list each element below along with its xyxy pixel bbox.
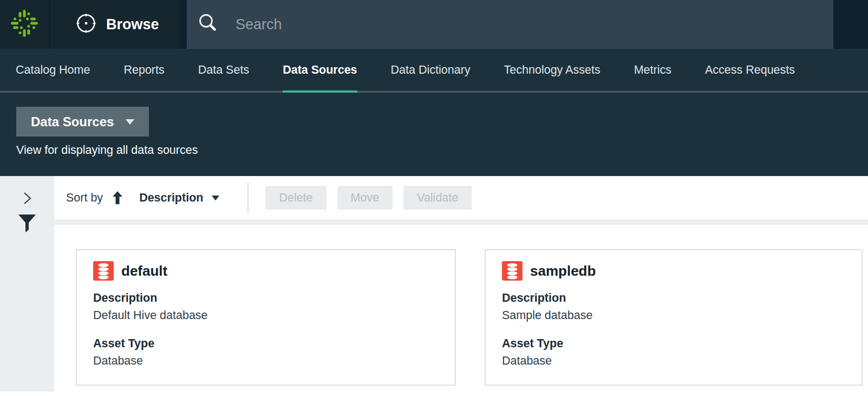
tab-label: Technology Assets bbox=[504, 63, 601, 77]
tab-data-sets[interactable]: Data Sets bbox=[198, 49, 249, 91]
tab-label: Data Dictionary bbox=[391, 63, 471, 77]
data-source-card-sampledb[interactable]: sampledb Description Sample database Ass… bbox=[485, 249, 863, 386]
toolbar-divider bbox=[247, 183, 249, 213]
sidebar-expand-button[interactable] bbox=[20, 190, 34, 206]
filter-button[interactable] bbox=[17, 214, 37, 233]
card-header: default bbox=[93, 261, 439, 281]
field-value: Database bbox=[93, 354, 439, 368]
caret-down-icon[interactable] bbox=[212, 196, 219, 200]
field-value: Database bbox=[502, 354, 845, 368]
field-value: Default Hive database bbox=[93, 309, 439, 322]
compass-icon bbox=[75, 12, 97, 36]
tab-data-sources[interactable]: Data Sources bbox=[283, 49, 357, 91]
field-value: Sample database bbox=[502, 309, 845, 322]
chevron-right-icon bbox=[20, 200, 34, 208]
tab-data-dictionary[interactable]: Data Dictionary bbox=[391, 49, 471, 91]
data-source-card-default[interactable]: default Description Default Hive databas… bbox=[76, 249, 456, 386]
search-icon bbox=[196, 11, 220, 37]
list-toolbar: Sort by Description Delete Move Validate bbox=[54, 176, 868, 219]
field-label: Asset Type bbox=[502, 337, 845, 350]
logo-icon bbox=[10, 9, 38, 40]
card-header: sampledb bbox=[502, 261, 845, 281]
search-input[interactable] bbox=[234, 16, 724, 34]
tab-label: Access Requests bbox=[705, 63, 795, 77]
sort-by-label: Sort by bbox=[66, 191, 103, 205]
caret-down-icon bbox=[126, 119, 134, 125]
tab-access-requests[interactable]: Access Requests bbox=[705, 49, 795, 91]
main-content: Sort by Description Delete Move Validate bbox=[0, 176, 868, 396]
view-selector-button[interactable]: Data Sources bbox=[16, 107, 149, 137]
top-bar: Browse bbox=[0, 0, 868, 49]
data-source-list: default Description Default Hive databas… bbox=[76, 249, 863, 386]
page-header: Data Sources View for displaying all dat… bbox=[0, 93, 868, 176]
data-source-title[interactable]: sampledb bbox=[530, 263, 596, 280]
global-search[interactable] bbox=[187, 0, 833, 49]
tab-catalog-home[interactable]: Catalog Home bbox=[16, 49, 90, 91]
move-button[interactable]: Move bbox=[337, 186, 393, 210]
browse-label: Browse bbox=[106, 16, 159, 33]
filter-sidebar bbox=[0, 176, 54, 392]
sort-direction-button[interactable] bbox=[112, 191, 123, 205]
field-label: Description bbox=[502, 291, 845, 305]
database-icon bbox=[93, 261, 114, 281]
tab-label: Metrics bbox=[634, 63, 671, 77]
validate-button[interactable]: Validate bbox=[403, 186, 472, 210]
database-icon bbox=[502, 261, 523, 281]
view-selector-label: Data Sources bbox=[31, 114, 114, 129]
view-caption: View for displaying all data sources bbox=[16, 144, 198, 157]
tab-label: Data Sources bbox=[283, 63, 357, 77]
browse-menu[interactable]: Browse bbox=[50, 0, 180, 49]
data-source-title[interactable]: default bbox=[121, 263, 167, 280]
tab-metrics[interactable]: Metrics bbox=[634, 49, 671, 91]
ascending-arrow-icon bbox=[112, 198, 123, 206]
delete-button[interactable]: Delete bbox=[265, 186, 326, 210]
tab-label: Reports bbox=[123, 63, 164, 77]
toolbar-content-divider bbox=[54, 219, 868, 225]
tab-label: Catalog Home bbox=[16, 63, 90, 77]
tab-reports[interactable]: Reports bbox=[123, 49, 164, 91]
funnel-icon bbox=[17, 227, 37, 235]
field-label: Description bbox=[93, 291, 439, 305]
tab-label: Data Sets bbox=[198, 63, 249, 77]
sort-field-dropdown[interactable]: Description bbox=[139, 191, 203, 205]
field-label: Asset Type bbox=[93, 337, 439, 350]
app-logo[interactable] bbox=[0, 0, 49, 49]
catalog-nav: Catalog Home Reports Data Sets Data Sour… bbox=[0, 49, 868, 93]
tab-technology-assets[interactable]: Technology Assets bbox=[504, 49, 601, 91]
